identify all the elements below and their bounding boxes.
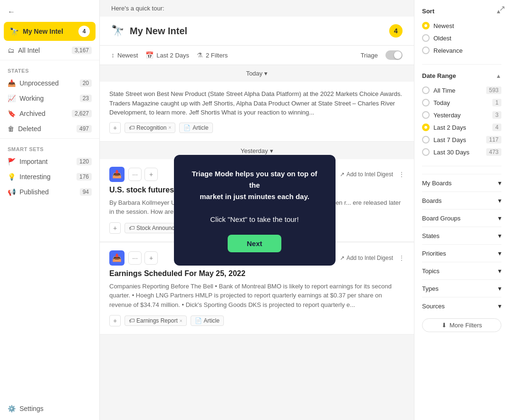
types-title: Types [422, 285, 439, 292]
card-2-dots-btn[interactable]: ··· [128, 168, 142, 181]
sort-title-text: Sort [422, 8, 434, 15]
sidebar-item-published[interactable]: 📢 Published 94 [0, 184, 99, 200]
today-separator[interactable]: Today ▾ [100, 65, 414, 82]
sort-button[interactable]: ↕ Newest [111, 51, 138, 59]
remove-earnings-tag[interactable]: × [180, 318, 182, 324]
remove-recognition-tag[interactable]: × [168, 125, 171, 130]
important-label: Important [19, 158, 73, 165]
sidebar-item-important[interactable]: 🚩 Important 120 [0, 154, 99, 169]
header-badge: 4 [389, 24, 403, 38]
date-filter-button[interactable]: 📅 Last 2 Days [145, 51, 189, 59]
card-2-more-btn[interactable]: ⋮ [399, 171, 404, 178]
add-digest-btn-3[interactable]: ↗ Add to Intel Digest [340, 255, 393, 261]
add-tag-button-3[interactable]: + [109, 315, 121, 326]
triage-toggle[interactable] [385, 50, 403, 60]
card-3-dots-btn[interactable]: ··· [128, 251, 142, 265]
sidebar-item-settings[interactable]: ⚙️ Settings [0, 401, 99, 416]
date-today-radio[interactable] [422, 99, 430, 106]
card-3-add-btn[interactable]: + [144, 251, 158, 265]
more-filters-button[interactable]: ⬇ More Filters [422, 318, 501, 332]
sort-section-title: Sort ▲ [422, 8, 501, 15]
sidebar-item-archived[interactable]: 🔖 Archived 2,627 [0, 106, 99, 121]
archived-icon: 🔖 [8, 110, 16, 117]
date-last-30-days-radio[interactable] [422, 148, 430, 156]
unprocessed-icon: 📥 [8, 79, 16, 87]
card-3-more-btn[interactable]: ⋮ [399, 255, 404, 261]
states-filter-header[interactable]: States ▾ [422, 227, 501, 244]
panel-close-btn[interactable]: ↗ [499, 4, 505, 13]
sort-oldest-radio[interactable] [422, 34, 430, 42]
topics-section: Topics ▾ [422, 262, 501, 279]
types-chevron: ▾ [498, 285, 501, 292]
digest-label-3: Add to Intel Digest [346, 255, 393, 261]
date-yesterday-radio[interactable] [422, 111, 430, 119]
board-groups-header[interactable]: Board Groups ▾ [422, 209, 501, 227]
date-last-2-days-radio[interactable] [422, 124, 430, 131]
sort-label: Newest [117, 52, 138, 59]
sort-newest[interactable]: Newest [422, 19, 501, 32]
sidebar-item-working[interactable]: 📈 Working 23 [0, 91, 99, 106]
sidebar-item-my-new-intel[interactable]: 🔭 My New Intel 4 [4, 22, 96, 41]
unprocessed-count: 20 [80, 79, 92, 87]
add-digest-btn-2[interactable]: ↗ Add to Intel Digest [340, 171, 393, 178]
date-all-time[interactable]: All Time 593 [422, 84, 501, 96]
settings-label: Settings [19, 405, 92, 412]
sort-oldest[interactable]: Oldest [422, 32, 501, 44]
date-range-collapse-btn[interactable]: ▲ [496, 73, 501, 79]
date-all-time-radio[interactable] [422, 86, 430, 94]
sources-header[interactable]: Sources ▾ [422, 297, 501, 315]
add-tag-button-2[interactable]: + [109, 222, 121, 234]
date-last-2-days[interactable]: Last 2 Days 4 [422, 121, 501, 134]
add-tag-button-1[interactable]: + [109, 122, 121, 134]
download-icon: ⬇ [442, 322, 447, 329]
priorities-title: Priorities [422, 250, 446, 257]
date-last-7-days-radio[interactable] [422, 136, 430, 143]
topics-header[interactable]: Topics ▾ [422, 262, 501, 279]
states-filter-section: States ▾ [422, 227, 501, 244]
card-3-body: Companies Reporting Before The Bell • Ba… [109, 282, 404, 310]
date-last-2-days-label: Last 2 Days [433, 124, 489, 131]
date-last-7-days[interactable]: Last 7 Days 117 [422, 134, 501, 146]
states-section-title: States [0, 62, 99, 76]
back-button[interactable]: ← [0, 4, 99, 20]
date-yesterday[interactable]: Yesterday 3 [422, 109, 501, 121]
card-1-tags: + 🏷 Recognition × 📄 Article [109, 122, 404, 134]
sidebar-divider-1 [0, 60, 99, 60]
sort-relevance-radio[interactable] [422, 47, 430, 54]
filter-button[interactable]: ⚗ 2 Filters [197, 51, 228, 59]
date-last-2-days-count: 4 [492, 124, 501, 131]
card-2-add-btn[interactable]: + [144, 168, 158, 181]
date-last-30-days[interactable]: Last 30 Days 473 [422, 146, 501, 158]
sidebar-item-unprocessed[interactable]: 📥 Unprocessed 20 [0, 76, 99, 91]
card-2-avatar: 📥 [109, 167, 125, 182]
types-header[interactable]: Types ▾ [422, 279, 501, 297]
sidebar-item-all-intel[interactable]: 🗂 All Intel 3,167 [0, 43, 99, 58]
boards-header[interactable]: Boards ▾ [422, 191, 501, 209]
sort-relevance-label: Relevance [433, 47, 501, 54]
date-today[interactable]: Today 1 [422, 96, 501, 109]
header-title: My New Intel [130, 26, 384, 37]
date-today-label: Today [433, 99, 489, 106]
boards-chevron: ▾ [498, 197, 501, 204]
working-count: 23 [80, 95, 92, 102]
sort-icon: ↕ [111, 51, 115, 59]
sort-newest-radio[interactable] [422, 22, 430, 29]
triage-tooltip-modal: Triage Mode helps you stay on top of the… [174, 155, 336, 266]
topics-title: Topics [422, 267, 440, 275]
sources-section: Sources ▾ [422, 297, 501, 315]
sort-relevance[interactable]: Relevance [422, 44, 501, 57]
date-all-time-label: All Time [433, 87, 482, 94]
sidebar-item-deleted[interactable]: 🗑 Deleted 497 [0, 121, 99, 136]
sort-oldest-label: Oldest [433, 35, 501, 42]
sidebar-item-interesting[interactable]: 💡 Interesting 176 [0, 169, 99, 184]
card-3-tags: + 🏷 Earnings Report × 📄 Article [109, 315, 404, 326]
my-boards-header[interactable]: My Boards ▾ [422, 174, 501, 191]
header-icon: 🔭 [111, 25, 124, 37]
yesterday-chevron: ▾ [270, 147, 273, 154]
today-label: Today [246, 70, 263, 77]
tooltip-next-button[interactable]: Next [228, 235, 281, 252]
priorities-header[interactable]: Priorities ▾ [422, 244, 501, 262]
tag-icon-stock: 🏷 [129, 225, 134, 231]
board-groups-chevron: ▾ [498, 214, 501, 222]
filter-icon: ⚗ [197, 51, 203, 59]
